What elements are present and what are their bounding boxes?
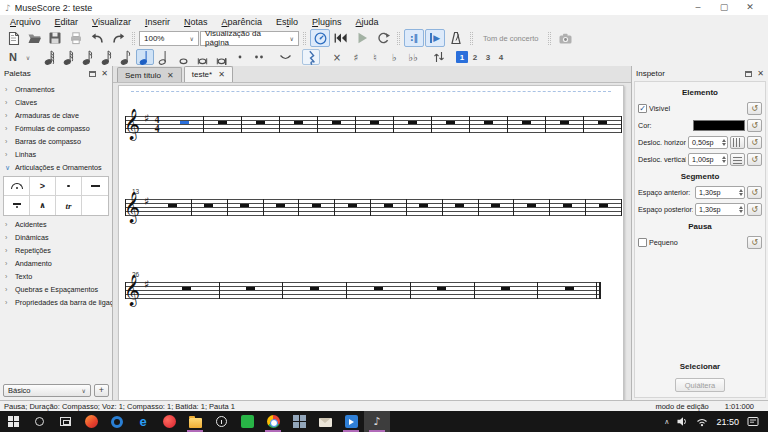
view-mode-select[interactable]: Visualização da página∨	[200, 31, 299, 46]
tab-close-icon[interactable]: ✕	[218, 70, 225, 79]
rest-button[interactable]	[302, 49, 320, 65]
pan-playback-toggle[interactable]: ▶	[425, 29, 445, 47]
duration-whole[interactable]	[174, 49, 192, 65]
menu-ajuda[interactable]: Ajuda	[349, 17, 386, 27]
duration-32nd[interactable]	[79, 49, 97, 65]
measure-rest[interactable]	[168, 204, 177, 207]
treble-clef[interactable]: 𝄞	[124, 109, 140, 139]
menu-estilo[interactable]: Estilo	[269, 17, 305, 27]
double-augmentation-dot[interactable]	[250, 49, 268, 65]
close-icon[interactable]: ✕	[757, 71, 764, 77]
menu-inserir[interactable]: Inserir	[138, 17, 177, 27]
accidental-sharp[interactable]: ♯	[347, 49, 365, 65]
measure-rest[interactable]	[332, 121, 341, 124]
menu-aparência[interactable]: Aparência	[214, 17, 269, 27]
measure-rest[interactable]	[218, 121, 227, 124]
score-canvas[interactable]: 𝄞♯4413𝄞♯26𝄞♯	[113, 83, 631, 400]
measure-rest[interactable]	[599, 204, 608, 207]
play-button[interactable]	[352, 29, 372, 47]
undock-icon[interactable]	[745, 71, 752, 77]
measure-rest[interactable]	[491, 204, 500, 207]
note-input-mode-arrow[interactable]: ∨	[23, 49, 33, 65]
accidental-natural[interactable]: ♮	[366, 49, 384, 65]
taskbar-app-red-circle[interactable]	[156, 411, 182, 432]
trailing-space-spinbox[interactable]: 1,30sp	[695, 203, 745, 216]
measure-rest[interactable]	[437, 287, 446, 290]
key-signature-sharp[interactable]: ♯	[144, 278, 149, 291]
voice-2[interactable]: 2	[469, 51, 481, 63]
tab-sem-t-tulo[interactable]: Sem título✕	[117, 67, 182, 82]
taskbar-app-mail[interactable]	[312, 411, 338, 432]
score-page[interactable]: 𝄞♯4413𝄞♯26𝄞♯	[118, 85, 624, 400]
print-button[interactable]	[66, 29, 86, 47]
palette-item-quebras-e-espa-amentos[interactable]: ›Quebras e Espaçamentos	[0, 283, 112, 296]
voice-1[interactable]: 1	[456, 51, 468, 63]
measure-rest[interactable]	[484, 121, 493, 124]
palette-item-f-rmulas-de-compasso[interactable]: ›Fórmulas de compasso	[0, 122, 112, 135]
reset-visible-button[interactable]: ↺	[747, 102, 762, 115]
taskbar-app-blue-ring[interactable]	[104, 411, 130, 432]
duration-16th[interactable]	[98, 49, 116, 65]
palette-cell-tenuto[interactable]	[82, 177, 108, 196]
menu-arquivo[interactable]: Arquivo	[3, 17, 48, 27]
palette-item-barras-de-compasso[interactable]: ›Barras de compasso	[0, 135, 112, 148]
measure-rest[interactable]	[527, 204, 536, 207]
measure-rest[interactable]	[419, 204, 428, 207]
small-checkbox[interactable]	[638, 238, 647, 247]
visible-checkbox[interactable]: ✓	[638, 104, 647, 113]
save-button[interactable]	[45, 29, 65, 47]
reset-color-button[interactable]: ↺	[747, 119, 762, 132]
measure-rest[interactable]	[294, 121, 303, 124]
time-signature[interactable]: 44	[153, 116, 161, 133]
close-button[interactable]: ✕	[737, 0, 763, 15]
taskbar-app-musescore[interactable]: ♪	[364, 411, 390, 432]
palette-item-armaduras-de-clave[interactable]: ›Armaduras de clave	[0, 109, 112, 122]
reset-leading-space-button[interactable]: ↺	[747, 186, 762, 199]
play-repeats-toggle[interactable]: :‖	[404, 29, 424, 47]
taskbar-app-alarms[interactable]	[208, 411, 234, 432]
palette-item-texto[interactable]: ›Texto	[0, 270, 112, 283]
duration-half[interactable]	[155, 49, 173, 65]
metronome-toggle[interactable]	[446, 29, 466, 47]
measure-rest[interactable]	[455, 204, 464, 207]
palette-cell-trill[interactable]: tr	[56, 196, 82, 215]
duration-quarter[interactable]	[136, 49, 154, 65]
color-swatch[interactable]	[693, 120, 745, 131]
measure-rest[interactable]	[563, 204, 572, 207]
action-center-icon[interactable]	[747, 416, 759, 427]
measure-rest[interactable]	[348, 204, 357, 207]
taskbar-app-orange-circle[interactable]	[78, 411, 104, 432]
palette-item-claves[interactable]: ›Claves	[0, 96, 112, 109]
measure-rest[interactable]	[598, 121, 607, 124]
start-button[interactable]	[0, 411, 26, 432]
image-capture-button[interactable]	[555, 29, 575, 47]
h-offset-spinbox[interactable]: 0,50sp	[688, 136, 728, 149]
duration-8th[interactable]	[117, 49, 135, 65]
menu-plugins[interactable]: Plugins	[305, 17, 349, 27]
redo-button[interactable]	[108, 29, 128, 47]
accidental-double-sharp[interactable]: ×	[328, 49, 346, 65]
reset-trailing-space-button[interactable]: ↺	[747, 203, 762, 216]
menu-editar[interactable]: Editar	[48, 17, 86, 27]
measure-rest[interactable]	[204, 204, 213, 207]
augmentation-dot[interactable]	[231, 49, 249, 65]
measure-rest[interactable]	[256, 121, 265, 124]
cortana-search-button[interactable]	[26, 411, 52, 432]
palette-item-linhas[interactable]: ›Linhas	[0, 148, 112, 161]
open-file-button[interactable]	[24, 29, 44, 47]
palette-cell-staccato[interactable]	[56, 177, 82, 196]
reset-v-offset-button[interactable]: ↺	[747, 153, 762, 166]
voice-3[interactable]: 3	[482, 51, 494, 63]
treble-clef[interactable]: 𝄞	[124, 192, 140, 222]
reset-small-button[interactable]: ↺	[747, 236, 762, 249]
palette-item-articula-es-e-ornamentos[interactable]: ∨Articulações e Ornamentos	[0, 161, 112, 174]
palette-item-acidentes[interactable]: ›Acidentes	[0, 218, 112, 231]
tab-close-icon[interactable]: ✕	[167, 71, 174, 80]
new-score-button[interactable]	[3, 29, 23, 47]
palette-item-andamento[interactable]: ›Andamento	[0, 257, 112, 270]
restore-button[interactable]: ▢	[711, 0, 737, 15]
taskbar-app-edge[interactable]: e	[130, 411, 156, 432]
measure-rest[interactable]	[312, 204, 321, 207]
tray-expand-icon[interactable]: ∧	[664, 418, 669, 426]
reset-h-offset-button[interactable]: ↺	[747, 136, 762, 149]
